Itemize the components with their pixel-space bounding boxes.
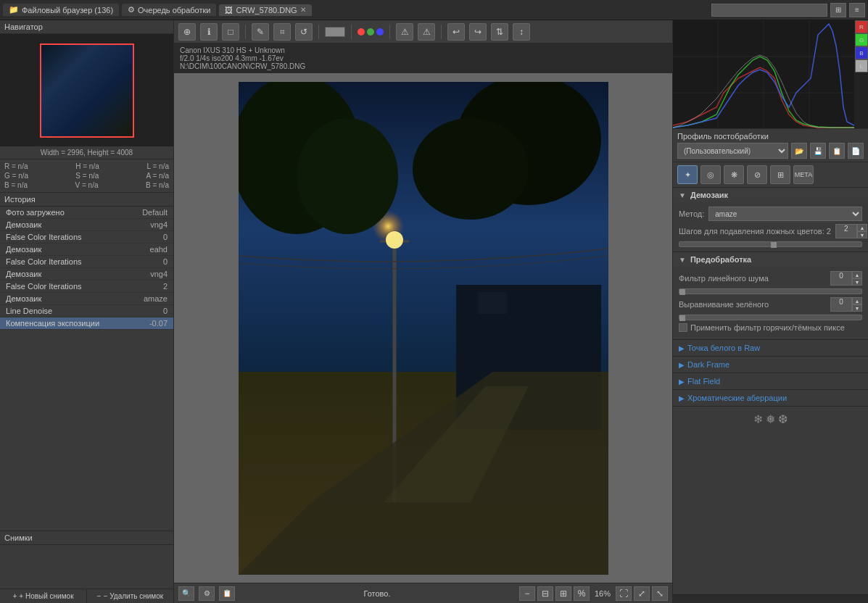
color-plugin-icon[interactable]: ◎ [700, 165, 721, 184]
zoom-maximize-button[interactable]: ⤡ [652, 586, 668, 601]
tab-filebrowser[interactable]: 📁 Файловый браузер (136) [3, 4, 119, 16]
meta-plugin-icon[interactable]: META [793, 165, 814, 184]
profile-save-button[interactable]: 💾 [810, 143, 826, 159]
zoom-expand-button[interactable]: ⤢ [634, 586, 650, 601]
delete-snapshot-icon: − [97, 592, 102, 600]
noise-plugin-icon[interactable]: ⊘ [747, 165, 767, 184]
zoom-percent-button[interactable]: % [574, 586, 590, 601]
false-color-down[interactable]: ▼ [857, 231, 867, 238]
svg-point-11 [413, 118, 529, 220]
right-scroll-area[interactable]: Профиль постобработки (Пользовательский)… [673, 129, 868, 594]
history-item[interactable]: False Color Iterations2 [0, 280, 173, 293]
tab-queue[interactable]: ⚙ Очередь обработки [122, 4, 216, 16]
list-view-button[interactable]: ≡ [849, 3, 865, 17]
green-eq-down[interactable]: ▼ [852, 304, 862, 312]
zoom-fullscreen-button[interactable]: ⛶ [616, 586, 632, 601]
status-icon-2[interactable]: ⚙ [199, 586, 215, 601]
flat-field-header[interactable]: ▶ Flat Field [673, 373, 868, 389]
rotate-right[interactable]: ↕ [513, 23, 530, 41]
snapshots-section: Снимки + + Новый снимок − − Удалить сним… [0, 531, 173, 603]
exposure-plugin-icon[interactable]: ✦ [677, 165, 698, 184]
zoom-actual-button[interactable]: ⊞ [555, 586, 571, 601]
profile-select[interactable]: (Пользовательский) [677, 143, 788, 159]
status-icon-1[interactable]: 🔍 [178, 586, 194, 601]
grid-tool[interactable]: ⌗ [273, 23, 291, 41]
line-denoise-up[interactable]: ▲ [852, 271, 862, 278]
camera-info: Canon IXUS 310 HS + Unknown [180, 46, 666, 54]
history-item[interactable]: Демозаикamaze [0, 293, 173, 305]
navigator-preview [0, 34, 173, 146]
history-item[interactable]: Демозаикeahd [0, 244, 173, 256]
method-select[interactable]: amaze [708, 207, 862, 221]
history-item[interactable]: Компенсация экспозиции-0.07 [0, 317, 173, 330]
green-eq-up[interactable]: ▲ [852, 297, 862, 304]
svg-rect-3 [478, 292, 507, 314]
edit-tool[interactable]: ✎ [252, 23, 269, 41]
right-panel: R G B L Профиль постобработки (Пользоват… [672, 20, 868, 603]
blue-channel-button[interactable]: B [855, 46, 868, 59]
history-item[interactable]: Фото загруженоDefault [0, 207, 173, 219]
line-denoise-value: 0 [830, 271, 852, 286]
hotpixel-checkbox[interactable] [679, 323, 687, 332]
line-denoise-slider[interactable] [679, 288, 862, 294]
white-point-header[interactable]: ▶ Точка белого в Raw [673, 340, 868, 356]
svg-point-10 [297, 118, 398, 234]
rotate-left[interactable]: ⇅ [491, 23, 508, 41]
crop-tool[interactable]: □ [222, 23, 239, 41]
blue-channel-dot[interactable] [376, 28, 384, 36]
histogram-area: R G B L [673, 20, 868, 129]
history-item[interactable]: False Color Iterations0 [0, 231, 173, 244]
profile-paste-button[interactable]: 📄 [848, 143, 864, 159]
profile-load-button[interactable]: 📂 [791, 143, 807, 159]
history-section[interactable]: Фото загруженоDefaultДемозаикvng4False C… [0, 207, 173, 531]
green-eq-slider[interactable] [679, 315, 862, 320]
snapshots-header: Снимки [0, 531, 173, 545]
zoom-fit-button[interactable]: ⊟ [537, 586, 553, 601]
line-denoise-down[interactable]: ▼ [852, 278, 862, 286]
luminosity-channel-button[interactable]: L [855, 59, 868, 72]
photo-svg-overlay [239, 82, 608, 575]
filebrowser-icon: 📁 [9, 5, 19, 14]
queue-icon: ⚙ [128, 5, 135, 14]
color-dots [357, 28, 384, 36]
dark-frame-title: Dark Frame [687, 360, 729, 369]
flip-vertical[interactable]: ↪ [469, 23, 487, 41]
info-tool[interactable]: ℹ [200, 23, 218, 41]
underexposure-warning[interactable]: ⚠ [418, 23, 435, 41]
zoom-out-button[interactable]: − [519, 586, 535, 601]
image-canvas[interactable] [174, 73, 672, 583]
rotate-tool[interactable]: ↺ [295, 23, 313, 41]
delete-snapshot-button[interactable]: − − Удалить снимок [87, 589, 173, 603]
history-item[interactable]: False Color Iterations0 [0, 256, 173, 268]
add-snapshot-button[interactable]: + + Новый снимок [0, 589, 87, 603]
green-channel-dot[interactable] [367, 28, 374, 36]
history-item[interactable]: Демозаикvng4 [0, 219, 173, 231]
zoom-in-tool[interactable]: ⊕ [178, 23, 196, 41]
demosaic-header[interactable]: ▼ Демозаик [673, 188, 868, 202]
search-input[interactable] [711, 4, 827, 17]
false-color-slider[interactable] [679, 241, 862, 247]
overexposure-warning[interactable]: ⚠ [396, 23, 413, 41]
red-channel-button[interactable]: R [855, 20, 868, 33]
green-channel-button[interactable]: G [855, 33, 868, 46]
history-item[interactable]: Line Denoise0 [0, 305, 173, 317]
close-photo-tab-button[interactable]: ✕ [300, 6, 306, 14]
tab-photo[interactable]: 🖼 CRW_5780.DNG ✕ [219, 4, 311, 16]
chromatic-header[interactable]: ▶ Хроматические аберрации [673, 390, 868, 406]
false-color-up[interactable]: ▲ [857, 224, 867, 231]
red-channel-dot[interactable] [357, 28, 365, 36]
grid-view-button[interactable]: ⊞ [830, 3, 846, 17]
flip-horizontal[interactable]: ↩ [447, 23, 465, 41]
status-icon-3[interactable]: 📋 [219, 586, 235, 601]
filebrowser-tab-label: Файловый браузер (136) [22, 6, 113, 14]
nav-thumbnail[interactable] [40, 43, 134, 138]
geometry-plugin-icon[interactable]: ⊞ [770, 165, 790, 184]
bottom-scrollbar[interactable] [673, 594, 868, 603]
preprocessing-header[interactable]: ▼ Предобработка [673, 252, 868, 267]
history-item[interactable]: Демозаикvng4 [0, 268, 173, 280]
profile-copy-button[interactable]: 📋 [829, 143, 845, 159]
snapshots-buttons: + + Новый снимок − − Удалить снимок [0, 589, 173, 603]
detail-plugin-icon[interactable]: ❋ [724, 165, 744, 184]
status-bar: 🔍 ⚙ 📋 Готово. − ⊟ ⊞ % 16% ⛶ ⤢ ⤡ [174, 583, 672, 603]
dark-frame-header[interactable]: ▶ Dark Frame [673, 357, 868, 373]
